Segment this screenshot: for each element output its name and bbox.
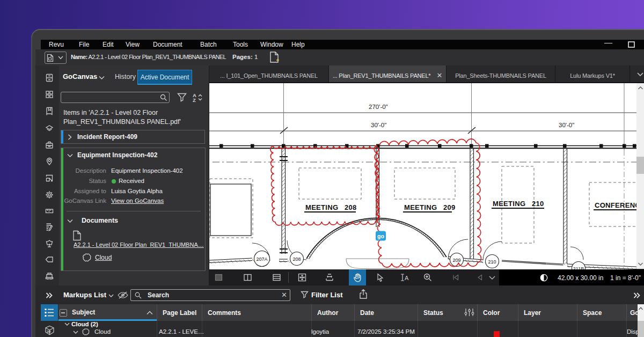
svg-text:3D: 3D (47, 330, 51, 333)
svg-text:Z: Z (193, 97, 196, 102)
svg-text:MEETING 208: MEETING 208 (305, 203, 357, 211)
svg-text:MEETING 209: MEETING 209 (404, 203, 456, 211)
svg-text:270'-0": 270'-0" (369, 104, 388, 110)
svg-text:209: 209 (452, 258, 460, 263)
svg-text:207A: 207A (256, 257, 267, 262)
svg-text:208: 208 (292, 257, 301, 262)
svg-text:A: A (405, 275, 409, 281)
svg-text:MEETING 210: MEETING 210 (493, 200, 544, 208)
svg-text:30'-0": 30'-0" (559, 122, 574, 128)
svg-text:30'-0": 30'-0" (371, 122, 386, 128)
svg-text:go: go (377, 233, 384, 239)
svg-text:210: 210 (488, 259, 496, 265)
svg-text:CONFERENC: CONFERENC (595, 201, 636, 209)
